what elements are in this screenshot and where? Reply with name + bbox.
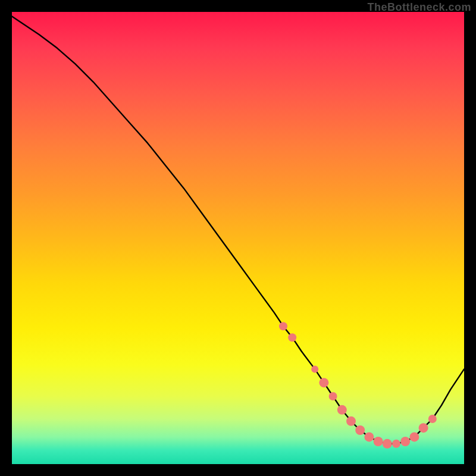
optimum-marker (419, 423, 428, 433)
optimum-marker (337, 405, 347, 415)
optimum-marker (288, 333, 296, 342)
optimum-markers-group (279, 322, 437, 449)
optimum-marker (364, 432, 374, 441)
optimum-marker (392, 440, 400, 448)
optimum-marker (329, 392, 337, 400)
optimum-marker (374, 437, 383, 446)
plot-area (12, 12, 464, 464)
watermark-text: TheBottleneck.com (367, 1, 471, 14)
optimum-marker (428, 415, 437, 423)
optimum-marker (355, 425, 365, 435)
optimum-marker (311, 365, 318, 372)
chart-svg (12, 12, 464, 464)
optimum-marker (279, 322, 287, 330)
optimum-marker (346, 416, 356, 426)
optimum-marker (409, 432, 419, 441)
optimum-marker (400, 437, 410, 446)
optimum-marker (383, 439, 392, 449)
bottleneck-curve-line (12, 17, 464, 444)
chart-container: TheBottleneck.com (0, 0, 476, 476)
optimum-marker (319, 378, 328, 387)
